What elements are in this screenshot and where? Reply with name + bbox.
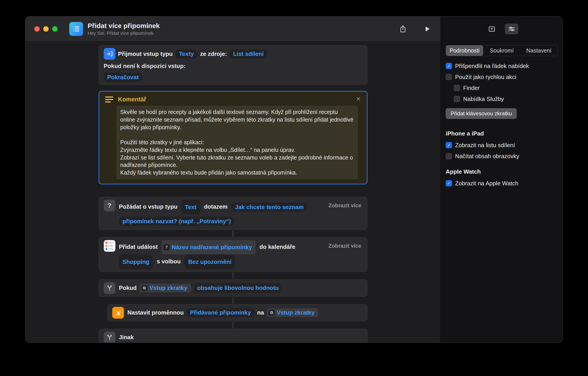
receive-input-icon — [104, 48, 116, 60]
tab-nastaveni[interactable]: Nastavení — [520, 45, 557, 56]
ask1-label-1: Požádat o vstup typu — [119, 203, 178, 210]
option-show-share-sheet[interactable]: ✓ Zobrazit na listu sdílení — [446, 141, 558, 149]
inspector-sidebar: Podrobnosti Soukromí Nastavení ✓ Přišpen… — [441, 16, 563, 343]
show-more-link[interactable]: Zobrazit více — [328, 202, 361, 209]
zoom-window-button[interactable] — [52, 26, 58, 32]
flow-connector — [233, 322, 233, 328]
option-pin-menubar[interactable]: ✓ Přišpendlit na řádek nabídek — [446, 62, 558, 70]
add-keyboard-shortcut-button[interactable]: Přidat klávesovou zkratku — [446, 108, 517, 119]
traffic-lights — [34, 26, 58, 32]
share-icon — [399, 25, 407, 33]
variable-name-token[interactable]: Přidávané připomínky — [187, 308, 254, 317]
titlebar-actions — [398, 23, 432, 34]
checkbox[interactable]: ✓ — [446, 153, 452, 159]
receive-label-1: Přijmout vstup typu — [118, 50, 173, 57]
shortcut-input-icon: ⧉ — [268, 310, 275, 316]
parent-reminder-variable-token[interactable]: ? Název nadřazené připomínky — [162, 240, 255, 254]
action-add-event[interactable]: Přidat událost ? Název nadřazené připomí… — [99, 237, 368, 272]
input-source-token[interactable]: List sdílení — [230, 49, 267, 59]
shortcuts-window: Přidat více připomínek Hey Siri, Přidat … — [25, 16, 563, 343]
tab-podrobnosti[interactable]: Podrobnosti — [446, 45, 483, 56]
reminders-icon — [104, 240, 116, 252]
if-label: Pokud — [119, 285, 137, 291]
main-pane: Přidat více připomínek Hey Siri, Přidat … — [25, 16, 441, 343]
fallback-label: Pokud není k dispozici vstup: — [104, 63, 186, 69]
sidebar-toolbar — [441, 16, 563, 42]
flow-connector — [233, 230, 233, 237]
action-if[interactable]: Pokud ⧉ Vstup zkratky obsahuje libovolno… — [99, 279, 368, 297]
comment-icon — [105, 97, 113, 102]
alert-option-token[interactable]: Bez upozornění — [185, 254, 235, 269]
option-show-apple-watch[interactable]: ✓ Zobrazit na Apple Watch — [446, 179, 558, 187]
set-variable-label-1: Nastavit proměnnou — [127, 309, 184, 316]
shortcut-details-button[interactable] — [505, 23, 518, 34]
variable-icon: ? — [163, 244, 170, 250]
tab-soukromi[interactable]: Soukromí — [483, 45, 520, 56]
show-more-link[interactable]: Zobrazit více — [328, 243, 361, 249]
option-get-screen-contents[interactable]: ✓ Načítat obsah obrazovky — [446, 152, 558, 160]
minimize-window-button[interactable] — [43, 26, 49, 32]
sidebar-content: Podrobnosti Soukromí Nastavení ✓ Přišpen… — [441, 42, 563, 194]
checkbox[interactable]: ✓ — [446, 180, 452, 187]
checkbox[interactable]: ✓ — [454, 96, 460, 102]
add-event-label-2: do kalendáře — [260, 243, 295, 250]
action-receive-input[interactable]: Přijmout vstup typu Texty ze zdroje: Lis… — [99, 45, 368, 85]
action-otherwise[interactable]: Jinak — [99, 329, 368, 343]
shortcut-input-icon: ⧉ — [141, 285, 147, 291]
play-icon — [423, 25, 431, 33]
branch-icon — [104, 282, 116, 294]
branch-icon — [104, 332, 116, 343]
action-comment[interactable]: Komentář ✕ Skvěle se hodí pro recepty a … — [99, 91, 368, 184]
action-library-button[interactable] — [485, 23, 499, 34]
shortcut-title: Přidat více připomínek — [88, 22, 160, 30]
fallback-value-token[interactable]: Pokračovat — [104, 73, 142, 82]
add-event-label-1: Přidat událost — [119, 243, 158, 250]
option-quick-action[interactable]: ✓ Použít jako rychlou akci — [446, 73, 558, 81]
title-block: Přidat více připomínek Hey Siri, Přidat … — [88, 22, 160, 36]
ask1-type-token[interactable]: Text — [181, 200, 200, 214]
set-variable-label-2: na — [257, 309, 264, 316]
shortcut-editor-canvas[interactable]: Přijmout vstup typu Texty ze zdroje: Lis… — [25, 42, 441, 343]
input-type-token[interactable]: Texty — [176, 49, 197, 59]
sliders-icon — [508, 25, 515, 33]
otherwise-label: Jinak — [119, 334, 134, 341]
section-iphone-ipad: iPhone a iPad — [446, 130, 558, 137]
shortcut-subtitle: Hey Siri, Přidat více připomínek — [88, 31, 160, 36]
section-apple-watch: Apple Watch — [446, 168, 558, 175]
shortcut-input-variable-token[interactable]: ⧉ Vstup zkratky — [139, 284, 191, 292]
add-panel-icon — [488, 25, 496, 33]
close-comment-icon[interactable]: ✕ — [356, 96, 361, 102]
comment-text-field[interactable]: Skvěle se hodí pro recepty a jakékoli da… — [116, 106, 358, 179]
receive-label-2: ze zdroje: — [200, 50, 227, 57]
checkbox[interactable]: ✓ — [446, 63, 452, 69]
option-finder[interactable]: ✓ Finder — [454, 84, 558, 92]
set-variable-icon: x — [112, 307, 124, 319]
action-set-variable[interactable]: x Nastavit proměnnou Přidávané připomínk… — [107, 304, 368, 321]
comment-title: Komentář — [118, 96, 146, 103]
shortcut-app-icon — [69, 22, 83, 36]
share-button[interactable] — [398, 23, 408, 34]
action-ask-input-1[interactable]: ? Požádat o vstup typu Text dotazem Jak … — [99, 197, 368, 230]
calendar-token[interactable]: Shopping — [119, 254, 153, 269]
flow-connector — [233, 273, 233, 279]
condition-token[interactable]: obsahuje libovolnou hodnotu — [194, 283, 282, 293]
shortcut-input-variable-token[interactable]: ⧉ Vstup zkratky — [267, 308, 318, 317]
ask-input-icon: ? — [104, 200, 116, 211]
checkbox[interactable]: ✓ — [446, 74, 452, 80]
sidebar-tabs: Podrobnosti Soukromí Nastavení — [446, 45, 558, 56]
close-window-button[interactable] — [34, 26, 40, 32]
option-services-menu[interactable]: ✓ Nabídka Služby — [454, 95, 558, 103]
list-icon — [72, 25, 80, 33]
run-shortcut-button[interactable] — [422, 23, 432, 34]
checkbox[interactable]: ✓ — [446, 142, 452, 148]
checkbox[interactable]: ✓ — [454, 85, 460, 91]
add-event-label-3: s volbou — [157, 258, 181, 265]
ask1-label-2: dotazem — [204, 203, 227, 210]
comment-header: Komentář ✕ — [104, 95, 362, 106]
flow-connector — [233, 297, 233, 304]
action-flow: Přijmout vstup typu Texty ze zdroje: Lis… — [99, 45, 368, 343]
titlebar: Přidat více připomínek Hey Siri, Přidat … — [25, 16, 441, 42]
